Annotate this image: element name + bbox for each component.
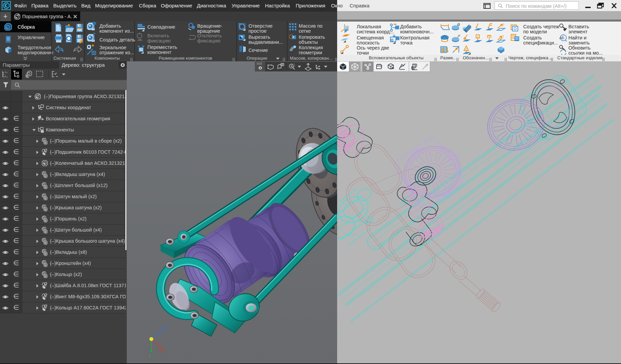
svg-text:A: A [477,35,479,38]
svg-text:X: X [162,348,165,353]
svg-text:?: ? [502,35,504,39]
svg-text:y: y [149,354,151,358]
svg-text:z: z [167,325,169,329]
svg-text:R: R [458,34,461,37]
svg-text:2₁₂: 2₁₂ [5,75,8,78]
svg-text:?: ? [502,23,504,27]
svg-text:1₁₁: 1₁₁ [5,71,8,73]
svg-text:A: A [466,47,468,51]
